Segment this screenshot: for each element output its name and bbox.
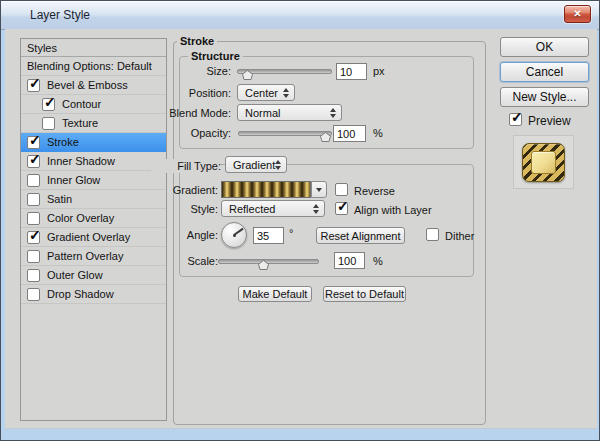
sidebar-item-color-overlay[interactable]: ✓Color Overlay bbox=[21, 209, 166, 228]
window-title: Layer Style bbox=[30, 8, 90, 22]
sidebar-item-pattern-overlay[interactable]: ✓Pattern Overlay bbox=[21, 247, 166, 266]
sidebar-item-label: Pattern Overlay bbox=[47, 250, 123, 262]
sidebar-item-satin[interactable]: ✓Satin bbox=[21, 190, 166, 209]
sidebar-item-drop-shadow[interactable]: ✓Drop Shadow bbox=[21, 285, 166, 304]
opacity-input[interactable] bbox=[333, 125, 366, 142]
style-checkbox[interactable]: ✓ bbox=[42, 98, 55, 111]
sidebar-item-label: Blending Options: Default bbox=[27, 60, 152, 72]
layer-style-dialog: Layer Style ✕ StylesBlending Options: De… bbox=[0, 0, 600, 441]
size-label: Size: bbox=[151, 65, 231, 77]
dither-checkbox[interactable]: ✓ bbox=[426, 228, 439, 241]
sidebar-item-label: Stroke bbox=[47, 136, 79, 148]
make-default-button[interactable]: Make Default bbox=[238, 286, 312, 302]
reset-alignment-button[interactable]: Reset Alignment bbox=[316, 227, 405, 244]
checkmark-icon: ✓ bbox=[44, 94, 56, 110]
sidebar-item-texture[interactable]: ✓Texture bbox=[21, 114, 166, 133]
scale-input[interactable] bbox=[334, 252, 365, 269]
titlebar[interactable]: Layer Style ✕ bbox=[1, 1, 599, 30]
structure-heading: Structure bbox=[188, 50, 243, 62]
position-dropdown[interactable]: Center bbox=[237, 84, 295, 101]
checkmark-icon: ✓ bbox=[511, 109, 523, 125]
sidebar-item-label: Texture bbox=[62, 117, 98, 129]
slider-track bbox=[238, 131, 332, 136]
style-checkbox[interactable]: ✓ bbox=[27, 269, 40, 282]
checkmark-icon: ✓ bbox=[29, 132, 41, 148]
sidebar-item-label: Inner Glow bbox=[47, 174, 100, 186]
close-button[interactable]: ✕ bbox=[564, 5, 591, 23]
opacity-unit-label: % bbox=[373, 127, 383, 139]
scale-unit-label: % bbox=[373, 255, 383, 267]
style-checkbox[interactable]: ✓ bbox=[27, 174, 40, 187]
align-with-layer-label: Align with Layer bbox=[354, 204, 432, 216]
fill-type-dropdown[interactable]: Gradient bbox=[225, 156, 287, 173]
sidebar-item-label: Color Overlay bbox=[47, 212, 114, 224]
size-unit-label: px bbox=[373, 65, 385, 77]
size-slider[interactable] bbox=[237, 66, 332, 76]
gradient-swatch[interactable] bbox=[221, 181, 311, 198]
style-checkbox[interactable]: ✓ bbox=[42, 117, 55, 130]
sidebar-item-bevel-emboss[interactable]: ✓Bevel & Emboss bbox=[21, 76, 166, 95]
style-preview-swatch bbox=[522, 143, 565, 182]
close-icon: ✕ bbox=[573, 8, 581, 19]
sidebar-item-outer-glow[interactable]: ✓Outer Glow bbox=[21, 266, 166, 285]
sidebar-item-label: Satin bbox=[47, 193, 72, 205]
blend-mode-value: Normal bbox=[245, 107, 280, 119]
new-style-button[interactable]: New Style... bbox=[500, 87, 589, 107]
sidebar-item-label: Drop Shadow bbox=[47, 288, 114, 300]
style-checkbox[interactable]: ✓ bbox=[27, 136, 40, 149]
position-value: Center bbox=[245, 87, 278, 99]
angle-dial[interactable] bbox=[221, 222, 247, 248]
angle-input[interactable] bbox=[253, 227, 284, 244]
style-checkbox[interactable]: ✓ bbox=[27, 250, 40, 263]
style-dropdown[interactable]: Reflected bbox=[221, 200, 325, 217]
style-checkbox[interactable]: ✓ bbox=[27, 79, 40, 92]
checkmark-icon: ✓ bbox=[29, 75, 41, 91]
size-input[interactable] bbox=[336, 63, 367, 80]
gradient-label: Gradient: bbox=[151, 184, 218, 196]
sidebar-item-label: Outer Glow bbox=[47, 269, 103, 281]
dropdown-arrow-icon bbox=[316, 188, 322, 192]
sidebar-item-stroke[interactable]: ✓Stroke bbox=[21, 133, 166, 152]
angle-center-dot bbox=[233, 234, 236, 237]
opacity-slider[interactable] bbox=[238, 128, 332, 138]
spinner-icon bbox=[313, 204, 319, 214]
scale-label: Scale: bbox=[151, 255, 218, 267]
style-checkbox[interactable]: ✓ bbox=[27, 155, 40, 168]
slider-thumb-icon bbox=[258, 260, 269, 270]
size-slider-thumb[interactable] bbox=[242, 66, 253, 76]
sidebar-item-label: Gradient Overlay bbox=[47, 231, 130, 243]
ok-button[interactable]: OK bbox=[500, 37, 589, 57]
sidebar-item-label: Inner Shadow bbox=[47, 155, 115, 167]
angle-label: Angle: bbox=[151, 229, 218, 241]
style-checkbox[interactable]: ✓ bbox=[27, 193, 40, 206]
align-with-layer-checkbox[interactable]: ✓ bbox=[335, 202, 348, 215]
checkmark-icon: ✓ bbox=[29, 227, 41, 243]
opacity-label: Opacity: bbox=[151, 127, 231, 139]
reverse-checkbox[interactable]: ✓ bbox=[335, 183, 348, 196]
sidebar-item-styles[interactable]: Styles bbox=[21, 39, 166, 57]
reset-to-default-button[interactable]: Reset to Default bbox=[323, 286, 406, 302]
cancel-button[interactable]: Cancel bbox=[500, 62, 589, 82]
style-preview-inner bbox=[531, 151, 556, 174]
preview-checkbox[interactable]: ✓ bbox=[509, 113, 522, 126]
gradient-picker-button[interactable] bbox=[311, 181, 327, 198]
preview-label: Preview bbox=[528, 114, 571, 128]
fill-type-label: Fill Type: bbox=[151, 159, 221, 173]
sidebar-item-blending-options-default[interactable]: Blending Options: Default bbox=[21, 57, 166, 76]
style-checkbox[interactable]: ✓ bbox=[27, 288, 40, 301]
styles-list: StylesBlending Options: Default✓Bevel & … bbox=[20, 38, 167, 421]
sidebar-item-inner-glow[interactable]: ✓Inner Glow bbox=[21, 171, 166, 190]
sidebar-item-contour[interactable]: ✓Contour bbox=[21, 95, 166, 114]
opacity-slider-thumb[interactable] bbox=[320, 128, 331, 138]
checkmark-icon: ✓ bbox=[29, 151, 41, 167]
style-label: Style: bbox=[151, 203, 218, 215]
scale-slider[interactable] bbox=[218, 256, 319, 266]
style-checkbox[interactable]: ✓ bbox=[27, 231, 40, 244]
sidebar-item-gradient-overlay[interactable]: ✓Gradient Overlay bbox=[21, 228, 166, 247]
sidebar-item-label: Styles bbox=[27, 42, 57, 54]
sidebar-item-inner-shadow[interactable]: ✓Inner Shadow bbox=[21, 152, 166, 171]
slider-thumb-icon bbox=[242, 70, 253, 80]
style-checkbox[interactable]: ✓ bbox=[27, 212, 40, 225]
blend-mode-dropdown[interactable]: Normal bbox=[237, 104, 342, 121]
scale-slider-thumb[interactable] bbox=[258, 256, 269, 266]
